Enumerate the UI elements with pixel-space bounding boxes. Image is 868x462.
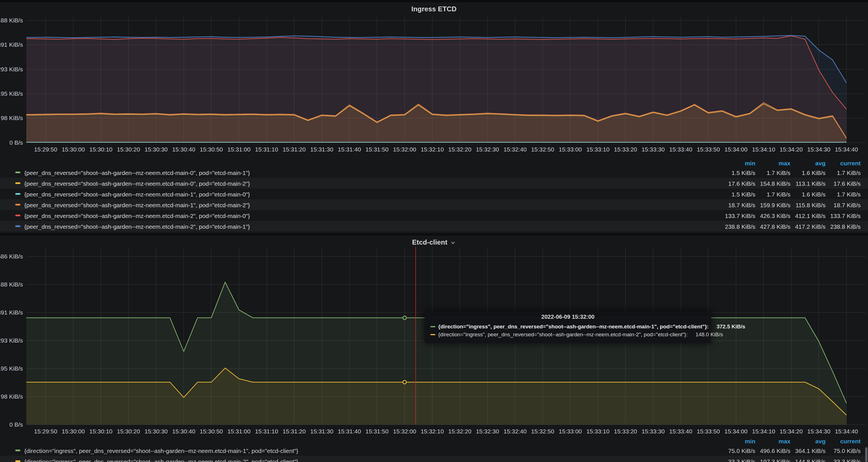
legend-stat-current: 33.3 KiB/s xyxy=(826,458,861,462)
x-axis-tick-label: 15:31:10 xyxy=(255,428,278,435)
x-axis-tick-label: 15:32:00 xyxy=(393,146,416,153)
tooltip-series-value: 148.0 KiB/s xyxy=(688,331,723,339)
y-axis-tick-label: 293 KiB/s xyxy=(0,66,23,72)
legend-series-label[interactable]: {peer_dns_reversed="shoot--ash-garden--m… xyxy=(24,212,720,219)
legend-stat-max: 159.9 KiB/s xyxy=(755,201,790,208)
y-axis-tick-label: 391 KiB/s xyxy=(0,41,23,48)
y-axis-tick-label: 0 B/s xyxy=(9,139,23,146)
legend-stat-avg: 1.6 KiB/s xyxy=(790,169,826,176)
chevron-down-icon xyxy=(450,240,456,246)
legend-header-min[interactable]: min xyxy=(720,160,755,166)
x-axis-tick-label: 15:33:40 xyxy=(669,428,692,435)
hover-point xyxy=(403,380,406,384)
x-axis-tick-label: 15:32:40 xyxy=(504,428,527,435)
x-axis-tick-label: 15:31:30 xyxy=(310,428,334,435)
x-axis-tick-label: 15:30:00 xyxy=(62,428,85,435)
x-axis-tick-label: 15:30:20 xyxy=(117,146,140,153)
page-title[interactable]: Etcd-client xyxy=(412,238,447,246)
tooltip-series-swatch xyxy=(430,326,435,328)
x-axis-tick-label: 15:30:30 xyxy=(145,428,168,435)
x-axis-tick-label: 15:33:00 xyxy=(559,428,582,435)
tooltip-series-value: 372.5 KiB/s xyxy=(709,323,745,331)
legend-series-swatch[interactable] xyxy=(15,450,20,451)
x-axis-tick-label: 15:34:20 xyxy=(780,428,803,435)
x-axis-tick-label: 15:30:30 xyxy=(145,146,168,153)
x-axis-tick-label: 15:32:40 xyxy=(504,146,527,153)
y-axis-tick-label: 293 KiB/s xyxy=(0,337,23,344)
legend-series-swatch[interactable] xyxy=(15,215,20,216)
legend-series-swatch[interactable] xyxy=(15,193,20,195)
tooltip-series-label: {direction="ingress", peer_dns_reversed=… xyxy=(438,331,688,339)
legend-series-label[interactable]: {peer_dns_reversed="shoot--ash-garden--m… xyxy=(24,180,720,187)
legend-row: {peer_dns_reversed="shoot--ash-garden--m… xyxy=(0,199,868,210)
legend-stat-avg: 412.1 KiB/s xyxy=(790,212,826,219)
x-axis-tick-label: 15:30:00 xyxy=(62,146,85,153)
y-axis-tick-label: 488 KiB/s xyxy=(0,17,23,24)
y-axis-tick-label: 98 KiB/s xyxy=(1,393,23,400)
legend-stat-current: 238.8 KiB/s xyxy=(826,223,861,229)
legend-header-avg[interactable]: avg xyxy=(790,160,826,166)
x-axis-tick-label: 15:33:30 xyxy=(642,428,665,435)
legend-series-swatch[interactable] xyxy=(15,204,20,206)
x-axis-tick-label: 15:33:20 xyxy=(614,146,637,153)
legend-series-swatch[interactable] xyxy=(15,172,20,173)
panel-title-bar[interactable]: Ingress ETCD xyxy=(0,2,868,16)
x-axis-tick-label: 15:30:50 xyxy=(200,428,223,435)
etcd-client-chart[interactable]: 586 KiB/s488 KiB/s391 KiB/s293 KiB/s195 … xyxy=(0,236,868,462)
y-axis-tick-label: 0 B/s xyxy=(9,421,23,428)
legend-series-label[interactable]: {peer_dns_reversed="shoot--ash-garden--m… xyxy=(24,201,720,208)
hover-point xyxy=(403,316,406,319)
y-axis-tick-label: 195 KiB/s xyxy=(0,90,23,97)
legend-row: {peer_dns_reversed="shoot--ash-garden--m… xyxy=(0,178,868,188)
legend-series-swatch[interactable] xyxy=(15,226,20,227)
legend-stat-min: 33.3 KiB/s xyxy=(720,458,755,462)
legend-rows: {direction="ingress", peer_dns_reversed=… xyxy=(0,445,868,462)
x-axis-tick-label: 15:34:10 xyxy=(752,428,775,435)
x-axis-tick-label: 15:32:30 xyxy=(476,428,499,435)
legend-series-label[interactable]: {peer_dns_reversed="shoot--ash-garden--m… xyxy=(24,223,720,229)
x-axis-tick-label: 15:34:20 xyxy=(780,146,803,153)
legend-header-max[interactable]: max xyxy=(755,438,790,444)
x-axis-tick-label: 15:31:50 xyxy=(366,146,389,153)
legend-header-current[interactable]: current xyxy=(826,160,861,166)
panel-title-bar[interactable]: Etcd-client xyxy=(0,236,868,249)
x-axis-tick-label: 15:34:30 xyxy=(807,146,830,153)
legend-row: {direction="ingress", peer_dns_reversed=… xyxy=(0,456,868,462)
x-axis-tick-label: 15:32:10 xyxy=(421,428,444,435)
tooltip-row: {direction="ingress", peer_dns_reversed=… xyxy=(430,323,706,331)
y-axis-tick-label: 98 KiB/s xyxy=(1,115,23,121)
legend-scrollbar-thumb[interactable] xyxy=(865,447,867,462)
legend-series-swatch[interactable] xyxy=(15,183,20,184)
panel-etcd-client: Etcd-client 586 KiB/s488 KiB/s391 KiB/s2… xyxy=(0,236,868,462)
series-area-5 xyxy=(26,35,846,143)
legend-header-avg[interactable]: avg xyxy=(790,438,826,444)
legend-stat-current: 75.0 KiB/s xyxy=(826,447,861,454)
legend-series-swatch[interactable] xyxy=(15,461,20,462)
legend-stat-min: 1.5 KiB/s xyxy=(720,169,755,176)
x-axis-tick-label: 15:32:20 xyxy=(448,428,471,435)
x-axis-tick-label: 15:32:50 xyxy=(531,428,554,435)
legend-series-label[interactable]: {peer_dns_reversed="shoot--ash-garden--m… xyxy=(24,190,720,197)
legend-series-label[interactable]: {direction="ingress", peer_dns_reversed=… xyxy=(24,447,720,454)
legend-stat-current: 1.7 KiB/s xyxy=(826,190,861,197)
series-group xyxy=(26,35,846,143)
tooltip-series-label: {direction="ingress", peer_dns_reversed=… xyxy=(438,323,709,331)
legend-header-min[interactable]: min xyxy=(720,438,755,444)
page-title[interactable]: Ingress ETCD xyxy=(411,5,457,13)
tooltip-rows: {direction="ingress", peer_dns_reversed=… xyxy=(430,323,706,339)
x-axis-tick-label: 15:30:20 xyxy=(117,428,140,435)
series-group xyxy=(26,282,846,425)
x-axis-tick-label: 15:29:50 xyxy=(34,428,57,435)
x-axis-tick-label: 15:31:40 xyxy=(338,428,361,435)
x-axis-tick-label: 15:32:50 xyxy=(531,146,554,153)
x-axis-tick-label: 15:32:00 xyxy=(393,428,416,435)
legend-series-label[interactable]: {direction="ingress", peer_dns_reversed=… xyxy=(24,458,720,462)
panel-ingress-etcd: Ingress ETCD 488 KiB/s391 KiB/s293 KiB/s… xyxy=(0,2,868,233)
legend-header-current[interactable]: current xyxy=(826,438,861,444)
x-axis-tick-label: 15:33:00 xyxy=(559,146,582,153)
legend-header-max[interactable]: max xyxy=(755,160,790,166)
x-axis-tick-label: 15:34:00 xyxy=(724,428,748,435)
legend-stat-current: 17.6 KiB/s xyxy=(826,180,861,187)
x-axis-tick-label: 15:32:20 xyxy=(448,146,471,153)
legend-series-label[interactable]: {peer_dns_reversed="shoot--ash-garden--m… xyxy=(24,169,720,176)
